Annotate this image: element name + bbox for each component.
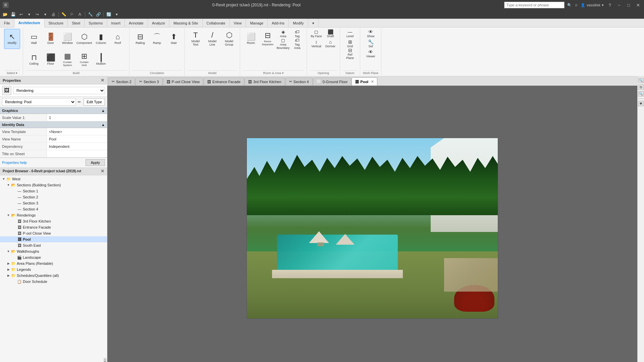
tab-entrance-facade[interactable]: 🖼 Entrance Facade [204, 77, 244, 85]
open-button[interactable]: 📂 [1, 11, 9, 18]
tree-item-section3[interactable]: — Section 3 [0, 200, 107, 206]
tree-item-walkthroughs[interactable]: ▼ 📂 Walkthroughs [0, 248, 107, 254]
print-button[interactable]: 🖨 [50, 11, 57, 18]
tab-section4[interactable]: ✂ Section 4 [285, 77, 313, 85]
shaft-button[interactable]: ⬛ Shaft [324, 29, 337, 38]
zoom-in-button[interactable]: 🔍 [638, 78, 644, 83]
area-boundary-button[interactable]: ◻ Area Boundary [276, 39, 290, 48]
apply-button[interactable]: Apply [86, 159, 105, 166]
tree-item-area-plans[interactable]: ▶ 📁 Area Plans (Rentable) [0, 260, 107, 266]
wall-button[interactable]: ▭ Wall [26, 29, 42, 49]
tree-item-landscape[interactable]: 🎬 Landscape [0, 254, 107, 260]
column-button[interactable]: ▮ Column [93, 29, 109, 49]
door-button[interactable]: 🚪 Door [43, 29, 59, 49]
properties-close-button[interactable]: ✕ [101, 78, 104, 83]
view-template-value[interactable]: <None> [47, 128, 107, 135]
tab-0-ground-floor[interactable]: ⬜ 0-Ground Floor [313, 77, 352, 85]
tab-section2[interactable]: ✂ Section 2 [108, 77, 135, 85]
identity-data-section[interactable]: Identity Data ▲ [0, 121, 107, 128]
tab-structure[interactable]: Structure [45, 19, 68, 27]
link-button[interactable]: 🔗 [95, 11, 102, 18]
tab-file[interactable]: File [0, 19, 14, 27]
scale-value-field[interactable]: 1 [47, 114, 107, 121]
tab-analyze[interactable]: Analyze [148, 19, 169, 27]
window-button[interactable]: ⬜ Window [59, 29, 75, 49]
tree-item-entrance-facade[interactable]: 🖼 Entrance Facade [0, 224, 107, 230]
select-dropdown-icon[interactable]: ▾ [16, 71, 17, 75]
modify-button[interactable]: ↖ Modify [4, 29, 20, 49]
tab-collaborate[interactable]: Collaborate [203, 19, 230, 27]
railing-button[interactable]: ⊟ Railing [132, 29, 148, 49]
tree-item-schedules[interactable]: ▶ 📁 Schedules/Quantities (all) [0, 273, 107, 279]
tab-insert[interactable]: Insert [107, 19, 125, 27]
sync-button[interactable]: 🔄 [105, 11, 112, 18]
tree-item-renderings[interactable]: ▼ 📂 Renderings [0, 212, 107, 218]
viewer-button[interactable]: 👁 Viewer [364, 49, 377, 58]
tab-pool[interactable]: 🖼 Pool ✕ [352, 77, 377, 85]
properties-help-link[interactable]: Properties help [2, 161, 27, 165]
tab-steel[interactable]: Steel [68, 19, 85, 27]
tab-massing[interactable]: Massing & Site [169, 19, 202, 27]
tree-item-section2[interactable]: — Section 2 [0, 194, 107, 200]
curtain-system-button[interactable]: ▦ Curtain System [59, 50, 75, 70]
dormer-button[interactable]: ⌂ Dormer [324, 39, 337, 48]
tree-item-3rd-floor-kitchen[interactable]: 🖼 3rd Floor Kitchen [0, 218, 107, 224]
room-area-dropdown-icon[interactable]: ▾ [282, 71, 284, 75]
tab-section3[interactable]: ✂ Section 3 [136, 77, 163, 85]
show-button[interactable]: 👁 Show [364, 29, 377, 38]
minimize-button[interactable]: − [616, 2, 623, 8]
tree-item-south-east[interactable]: 🖼 South East [0, 242, 107, 248]
vertical-button[interactable]: ↕ Vertical [310, 39, 323, 48]
project-browser-close-button[interactable]: ✕ [101, 169, 104, 174]
by-face-button[interactable]: ◻ By Face [310, 29, 323, 38]
tab-context-dropdown[interactable]: ▾ [308, 19, 319, 27]
pool-tab-close-icon[interactable]: ✕ [371, 80, 374, 83]
room-separator-button[interactable]: ⊟ Room Separator [260, 29, 276, 49]
ref-plane-button[interactable]: ⊟ Ref Plane [343, 49, 357, 58]
tab-annotate[interactable]: Annotate [125, 19, 148, 27]
prop-type-dropdown[interactable]: Rendering: Pool [2, 98, 76, 106]
level-button[interactable]: — Level [343, 29, 357, 38]
settings-button[interactable]: 🔧 [87, 11, 94, 18]
measure-button[interactable]: 📏 [60, 11, 67, 18]
search-input[interactable] [504, 2, 565, 8]
annotation-button[interactable]: ⚐ [68, 11, 75, 18]
area-button[interactable]: ◈ Area [276, 29, 290, 38]
undo-button[interactable]: ↩ [17, 11, 25, 18]
close-button[interactable]: ✕ [635, 2, 641, 8]
set-button[interactable]: 🔧 Set [364, 39, 377, 48]
prop-category-dropdown[interactable]: Rendering [13, 87, 105, 94]
tab-systems[interactable]: Systems [85, 19, 107, 27]
model-group-button[interactable]: ⬡ Model Group [221, 29, 237, 49]
mullion-button[interactable]: ┃ Mullion [93, 50, 109, 70]
undo-dropdown[interactable]: ▾ [25, 11, 33, 18]
zoom-extents-button[interactable]: ⊡ [638, 84, 644, 90]
stair-button[interactable]: ⬆ Stair [166, 29, 182, 49]
tree-item-west[interactable]: ▼ 📁 West [0, 176, 107, 182]
sync-dropdown[interactable]: ▾ [113, 11, 120, 18]
tree-item-legends[interactable]: ▶ 📁 Legends [0, 266, 107, 273]
curtain-grid-button[interactable]: ⊞ Curtain Grid [76, 50, 92, 70]
graphics-section[interactable]: Graphics ▲ [0, 107, 107, 114]
view-canvas[interactable] [107, 86, 637, 362]
redo-button[interactable]: ↪ [34, 11, 41, 18]
view-name-value[interactable]: Pool [47, 135, 107, 142]
component-button[interactable]: ⬡ Component [76, 29, 92, 49]
roof-button[interactable]: ⌂ Roof [110, 29, 126, 49]
title-on-sheet-value[interactable] [47, 150, 107, 157]
tab-modify[interactable]: Modify [289, 19, 308, 27]
tab-architecture[interactable]: Architecture [14, 19, 45, 27]
tag-button[interactable]: 🏷 Tag [290, 29, 304, 38]
model-line-button[interactable]: / Model Line [204, 29, 220, 49]
zoom-out-button[interactable]: 🔍 [638, 91, 644, 97]
tree-item-section1[interactable]: — Section 1 [0, 188, 107, 194]
tree-item-pool[interactable]: 🖼 Pool [0, 236, 107, 242]
tab-manage[interactable]: Manage [246, 19, 268, 27]
model-text-button[interactable]: T Model Text [187, 29, 204, 49]
tag-area-button[interactable]: 🏷 Tag Area [290, 39, 304, 48]
room-button[interactable]: ⬜ Room [243, 29, 259, 49]
tree-item-sections[interactable]: ▼ 📂 Sections (Building Section) [0, 182, 107, 188]
text-button[interactable]: A [76, 11, 84, 18]
floor-button[interactable]: ⬛ Floor [43, 50, 59, 70]
grid-button[interactable]: ⊞ Grid [343, 39, 357, 48]
